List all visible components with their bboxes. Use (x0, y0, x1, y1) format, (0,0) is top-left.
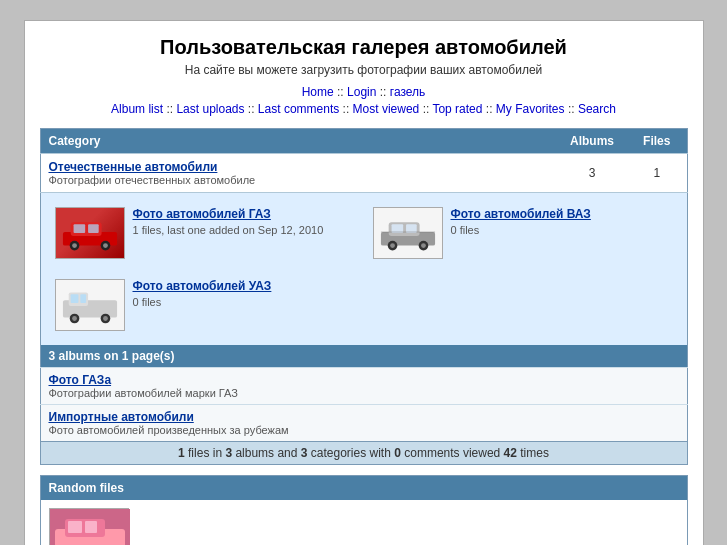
subalbum-vaz: Фото автомобилей ВАЗ 0 files (367, 201, 677, 265)
nav-mostviewed-link[interactable]: Most viewed (353, 102, 420, 116)
subcategory-gaz-desc: Фотографии автомобилей марки ГАЗ (49, 387, 679, 399)
nav-myfavorites-link[interactable]: My Favorites (496, 102, 565, 116)
subalbum-uaz: Фото автомобилей УАЗ 0 files (49, 273, 359, 337)
subalbums-row: Фото автомобилей ГАЗ 1 files, last one a… (40, 193, 687, 346)
random-thumb-image (50, 509, 130, 545)
subalbum-uaz-info: Фото автомобилей УАЗ 0 files (133, 279, 272, 308)
random-thumb (49, 508, 129, 545)
svg-rect-19 (70, 294, 78, 303)
nav-search-link[interactable]: Search (578, 102, 616, 116)
col-albums-header: Albums (557, 129, 627, 154)
gaz-car-icon (61, 214, 119, 252)
svg-point-24 (103, 316, 108, 321)
nav-top: Home :: Login :: газель (40, 85, 688, 99)
subalbum-uaz-link[interactable]: Фото автомобилей УАЗ (133, 279, 272, 293)
subalbum-gaz: Фото автомобилей ГАЗ 1 files, last one a… (49, 201, 359, 265)
albums-count-row: 3 albums on 1 page(s) (40, 345, 687, 368)
nav-login-link[interactable]: Login (347, 85, 376, 99)
nav-lastuploads-link[interactable]: Last uploads (176, 102, 244, 116)
subcategory-gaz-link[interactable]: Фото ГАЗа (49, 373, 112, 387)
site-title: Пользовательская галерея автомобилей (40, 36, 688, 59)
subalbum-uaz-thumb (55, 279, 125, 331)
random-header-row: Random files (40, 476, 687, 501)
main-category-files-count: 1 (627, 154, 687, 193)
subcategory-import-link[interactable]: Импортные автомобили (49, 410, 194, 424)
subalbum-gaz-thumb (55, 207, 125, 259)
main-category-albums-count: 3 (557, 154, 627, 193)
svg-point-5 (72, 243, 77, 248)
col-files-header: Files (627, 129, 687, 154)
main-category-desc: Фотографии отечественных автомобиле (49, 174, 550, 186)
random-section: Random files (40, 475, 688, 545)
subalbum-gaz-count: 1 files, last one added on Sep 12, 2010 (133, 224, 324, 236)
svg-rect-10 (391, 224, 403, 233)
svg-point-15 (421, 243, 426, 248)
albums-count-text: 3 albums on 1 page(s) (40, 345, 687, 368)
subalbum-vaz-info: Фото автомобилей ВАЗ 0 files (451, 207, 591, 236)
subcategory-import-desc: Фото автомобилей произведенных за рубежа… (49, 424, 679, 436)
subcategory-import-row: Импортные автомобили Фото автомобилей пр… (40, 405, 687, 442)
subcategory-gaz-row: Фото ГАЗа Фотографии автомобилей марки Г… (40, 368, 687, 405)
nav-toprated-link[interactable]: Top rated (432, 102, 482, 116)
main-category-link[interactable]: Отечественные автомобили (49, 160, 218, 174)
svg-rect-2 (73, 224, 85, 233)
main-table: Category Albums Files Отечественные авто… (40, 128, 688, 465)
col-category-header: Category (40, 129, 557, 154)
vaz-car-icon (379, 214, 437, 252)
subalbum-vaz-count: 0 files (451, 224, 591, 236)
main-category-row: Отечественные автомобили Фотографии отеч… (40, 154, 687, 193)
svg-rect-3 (88, 224, 99, 233)
uaz-car-icon (61, 286, 119, 324)
nav-bottom: Album list :: Last uploads :: Last comme… (40, 102, 688, 116)
site-subtitle: На сайте вы можете загрузить фотографии … (40, 63, 688, 77)
svg-point-22 (72, 316, 77, 321)
subalbum-uaz-count: 0 files (133, 296, 272, 308)
svg-rect-29 (85, 521, 97, 533)
svg-point-13 (390, 243, 395, 248)
subalbum-vaz-link[interactable]: Фото автомобилей ВАЗ (451, 207, 591, 221)
random-header-label: Random files (40, 476, 687, 501)
svg-rect-28 (68, 521, 82, 533)
info-text: 1 files in 3 albums and 3 categories wit… (178, 446, 549, 460)
nav-albumlist-link[interactable]: Album list (111, 102, 163, 116)
nav-home-link[interactable]: Home (302, 85, 334, 99)
subalbum-grid: Фото автомобилей ГАЗ 1 files, last one a… (49, 201, 679, 337)
nav-lastcomments-link[interactable]: Last comments (258, 102, 339, 116)
subalbum-gaz-info: Фото автомобилей ГАЗ 1 files, last one a… (133, 207, 324, 236)
svg-rect-20 (80, 294, 86, 303)
random-content-row (40, 500, 687, 545)
svg-point-7 (103, 243, 108, 248)
subalbum-vaz-thumb (373, 207, 443, 259)
nav-gazel-link[interactable]: газель (390, 85, 426, 99)
subalbum-gaz-link[interactable]: Фото автомобилей ГАЗ (133, 207, 271, 221)
svg-rect-11 (406, 224, 417, 233)
info-row: 1 files in 3 albums and 3 categories wit… (40, 442, 687, 465)
